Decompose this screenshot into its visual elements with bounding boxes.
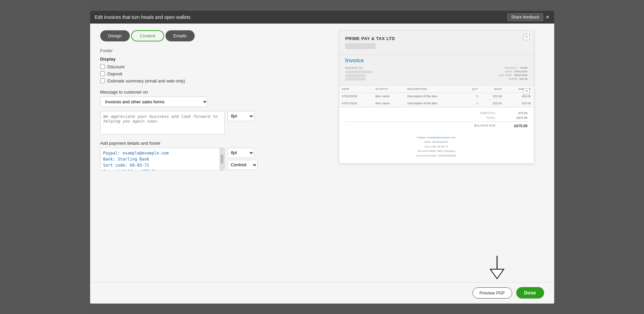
display-label: Display <box>100 57 309 62</box>
message-size-select[interactable]: 8pt <box>227 111 254 121</box>
total-label: TOTAL <box>486 116 495 119</box>
close-button[interactable]: × <box>546 14 550 20</box>
inv-number-line: Account Number: 000000000000 <box>345 153 528 158</box>
textarea-row: 8pt <box>100 111 309 135</box>
invoice-date-val: 07/01/2018 <box>514 70 527 73</box>
tab-content[interactable]: Content <box>131 30 164 41</box>
invoice-table: DATE ACTIVITY DESCRIPTION QTY RATE AMOUN… <box>339 85 534 107</box>
preview-pdf-button[interactable]: Preview PDF <box>472 287 512 299</box>
row2-rate: 225.00 <box>481 100 504 107</box>
svg-marker-1 <box>490 269 504 279</box>
col-date: DATE <box>339 85 373 93</box>
footer-section-label: Footer <box>100 48 309 53</box>
invoice-preview: PRIME PAY & TAX LTD ✎ Invoice INVOICE TO <box>339 30 534 164</box>
invoice-company-header: PRIME PAY & TAX LTD ✎ <box>339 31 534 55</box>
payment-field-label: Add payment details and footer <box>100 141 309 146</box>
payment-textarea[interactable]: Paypal: example@example.com Bank: Starli… <box>101 148 220 170</box>
row1-date: 07/01/2018 <box>339 93 373 100</box>
checkbox-group: Discount Deposit Estimate summary (email… <box>100 64 309 83</box>
scrollbar-thumb <box>221 154 223 164</box>
invoice-bill-placeholder-1 <box>345 71 372 73</box>
done-button[interactable]: Done <box>516 287 544 299</box>
modal-header: Edit invoices that turn heads and open w… <box>90 11 554 24</box>
invoice-terms-val: Net 30 <box>520 77 528 80</box>
estimate-label: Estimate summary (email and web only) <box>108 78 185 83</box>
arrow-indicator <box>489 256 505 279</box>
discount-checkbox[interactable] <box>100 64 105 69</box>
invoice-header-edit-icon[interactable]: ✎ <box>524 34 530 40</box>
invoice-due-date-row: DUE DATE 06/02/2018 <box>499 74 528 77</box>
row1-activity: Item name <box>373 93 405 100</box>
modal: Edit invoices that turn heads and open w… <box>90 11 554 304</box>
inv-bank-line: Bank: Starling Bank <box>345 140 528 144</box>
checkbox-deposit[interactable]: Deposit <box>100 71 309 76</box>
table-row: 07/01/2018 Item name Description of the … <box>339 100 534 107</box>
inv-paypal-line: Paypal: example@example.com <box>345 135 528 140</box>
invoice-due-date-key: DUE DATE <box>499 74 512 77</box>
table-row: 07/01/2018 Item name Description of the … <box>339 93 534 100</box>
invoice-title-section: Invoice INVOICE TO INVOICE # <box>339 55 534 85</box>
invoice-number-val: 12345 <box>520 66 527 69</box>
payment-row: Paypal: example@example.com Bank: Starli… <box>100 148 309 171</box>
balance-due-value: £675.00 <box>509 124 528 128</box>
balance-due-row: BALANCE DUE £675.00 <box>345 121 528 128</box>
invoice-table-section: ✎ DATE ACTIVITY DESCRIPTION QTY RATE AMO… <box>339 85 534 107</box>
invoice-terms-key: TERMS <box>508 77 518 80</box>
deposit-checkbox[interactable] <box>100 71 105 76</box>
invoice-details-right: INVOICE # 12345 DATE 07/01/2018 DUE DATE… <box>499 66 528 81</box>
invoice-terms-row: TERMS Net 30 <box>499 77 528 80</box>
modal-overlay: Edit invoices that turn heads and open w… <box>0 0 644 314</box>
row2-qty: 1 <box>462 100 481 107</box>
invoice-date-row: DATE 07/01/2018 <box>499 70 528 73</box>
col-activity: ACTIVITY <box>373 85 405 93</box>
invoice-title: Invoice <box>345 58 528 64</box>
invoice-date-key: DATE <box>505 70 512 73</box>
tab-emails[interactable]: Emails <box>165 30 195 41</box>
message-type-select[interactable]: Invoices and other sales forms <box>100 97 208 107</box>
scrollbar <box>220 148 224 170</box>
invoice-bill-placeholder-2 <box>345 74 366 77</box>
modal-title: Edit invoices that turn heads and open w… <box>95 14 191 20</box>
payment-align-select[interactable]: Centred <box>227 160 258 170</box>
inv-sort-line: Sort code: 60-83-71 <box>345 144 528 149</box>
invoice-company-name: PRIME PAY & TAX LTD <box>345 36 528 41</box>
payment-textarea-wrapper: Paypal: example@example.com Bank: Starli… <box>100 148 225 171</box>
right-panel: PRIME PAY & TAX LTD ✎ Invoice INVOICE TO <box>319 24 554 282</box>
total-row: TOTAL £675.00 <box>345 116 528 119</box>
invoice-bill-label: INVOICE TO <box>345 66 372 70</box>
inv-holder-line: Account Holder: ABC Company <box>345 149 528 153</box>
invoice-logo-placeholder <box>345 43 376 49</box>
estimate-checkbox[interactable] <box>100 78 105 83</box>
total-value: £675.00 <box>509 116 528 119</box>
invoice-number-row: INVOICE # 12345 <box>499 66 528 69</box>
col-qty: QTY <box>462 85 481 93</box>
payment-dropdowns: 8pt Centred <box>227 148 258 170</box>
invoice-bill-placeholder-3 <box>345 78 366 80</box>
checkbox-discount[interactable]: Discount <box>100 64 309 69</box>
invoice-meta: INVOICE TO INVOICE # 12345 <box>345 66 528 81</box>
row1-rate: 225.00 <box>481 93 504 100</box>
message-dropdown-row: Invoices and other sales forms <box>100 97 309 107</box>
share-feedback-button[interactable]: Share feedback <box>507 13 543 21</box>
subtotal-label: SUBTOTAL <box>480 111 496 115</box>
row2-date: 07/01/2018 <box>339 100 373 107</box>
payment-size-select[interactable]: 8pt <box>227 148 254 158</box>
invoice-due-date-val: 06/02/2018 <box>514 74 527 77</box>
tab-design[interactable]: Design <box>100 30 130 41</box>
deposit-label: Deposit <box>108 71 122 76</box>
invoice-number-key: INVOICE # <box>505 66 518 69</box>
balance-due-label: BALANCE DUE <box>474 124 496 128</box>
row1-qty: 2 <box>462 93 481 100</box>
tabs: Design Content Emails <box>100 30 309 41</box>
left-panel: Design Content Emails Footer Display Dis… <box>90 24 319 282</box>
row2-description: Description of the item <box>405 100 462 107</box>
invoice-totals: SUBTOTAL 675.00 TOTAL £675.00 BALANCE DU… <box>339 107 534 132</box>
checkbox-estimate[interactable]: Estimate summary (email and web only) <box>100 78 309 83</box>
header-actions: Share feedback × <box>507 13 550 21</box>
row2-amount: 225.00 <box>504 100 533 107</box>
invoice-bill-to: INVOICE TO <box>345 66 372 81</box>
message-textarea[interactable] <box>100 111 225 135</box>
invoice-table-edit-icon[interactable]: ✎ <box>524 88 530 94</box>
invoice-payment-footer: Paypal: example@example.com Bank: Starli… <box>339 132 534 164</box>
row1-description: Description of the item <box>405 93 462 100</box>
